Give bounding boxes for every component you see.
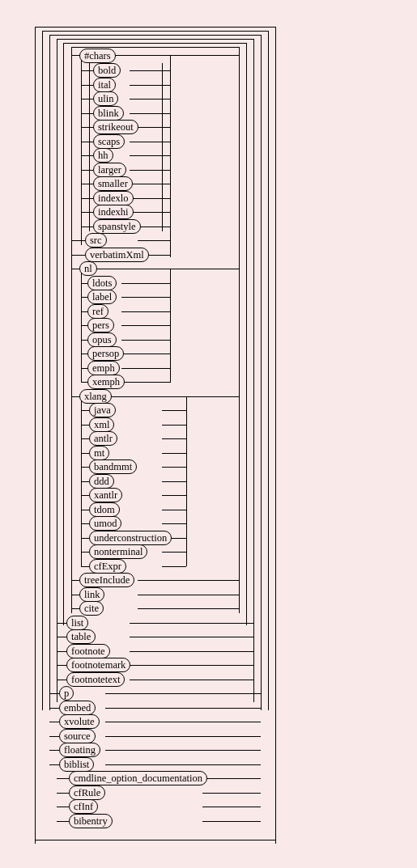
node-larger: larger (93, 163, 126, 177)
node-label: cfInf (74, 801, 93, 812)
node-label: umod (94, 518, 117, 529)
node-label: spanstyle (98, 221, 136, 232)
node-label: persop (92, 348, 119, 359)
rail (105, 764, 261, 765)
node-label: scaps (98, 136, 120, 147)
rail (81, 155, 93, 156)
rail (35, 27, 36, 844)
rail (81, 127, 93, 128)
rail (57, 651, 66, 652)
node-label: underconstruction (94, 532, 167, 544)
rail (81, 552, 89, 553)
node-label: embed (64, 702, 91, 713)
node-p: p (59, 686, 74, 701)
node-label: label (92, 291, 112, 303)
rail (57, 623, 66, 624)
node-label: floating (64, 744, 96, 756)
node-embed: embed (59, 701, 96, 715)
rail (162, 552, 186, 553)
rail (89, 63, 90, 231)
rail (261, 35, 262, 710)
node-nonterminal: nonterminal (89, 544, 147, 559)
rail (162, 63, 163, 231)
rail (49, 750, 59, 751)
node-verbatimXml: verbatimXml (85, 248, 149, 262)
rail (49, 708, 59, 709)
node-cmdline_option_documentation: cmdline_option_documentation (69, 771, 207, 785)
rail (71, 269, 79, 269)
node-label: biblist (64, 759, 89, 770)
rail (81, 70, 93, 71)
rail (81, 566, 89, 567)
rail (130, 85, 170, 86)
rail (81, 453, 89, 454)
rail (130, 70, 170, 71)
rail (121, 311, 170, 312)
node-label: blink (98, 108, 119, 119)
node-ref: ref (87, 304, 109, 319)
rail (42, 31, 43, 710)
node-chars: #chars (79, 49, 116, 63)
node-label: link (84, 589, 100, 600)
node-label: xlang (84, 391, 107, 402)
node-blink: blink (93, 106, 124, 121)
node-biblist: biblist (59, 757, 94, 772)
rail (202, 807, 261, 807)
node-table: table (66, 629, 96, 644)
node-src: src (85, 233, 107, 248)
node-persop: persop (87, 346, 124, 361)
node-cite: cite (79, 601, 104, 616)
node-indexhi: indexhi (93, 205, 134, 219)
node-cfInf: cfInf (69, 799, 98, 814)
node-bandmmt: bandmmt (89, 459, 137, 474)
rail (130, 637, 253, 637)
rail (105, 750, 261, 751)
rail (81, 170, 93, 171)
node-label: antlr (94, 433, 113, 444)
node-opus: opus (87, 332, 117, 347)
rail (162, 438, 186, 439)
node-label: indexhi (98, 206, 129, 218)
rail (49, 736, 59, 737)
rail (57, 807, 69, 807)
node-label: ital (98, 79, 111, 91)
rail (81, 410, 89, 411)
node-label: ldots (92, 277, 112, 289)
rail (81, 142, 93, 142)
node-xlang: xlang (79, 389, 112, 404)
rail (57, 793, 69, 794)
rail (138, 608, 239, 609)
node-label: ref (92, 306, 104, 317)
node-label: bold (98, 65, 116, 76)
node-pers: pers (87, 318, 114, 332)
node-label: cfRule (74, 787, 100, 798)
rail (130, 99, 170, 100)
node-xvolute: xvolute (59, 714, 100, 729)
rail (121, 382, 170, 383)
rail (57, 39, 253, 40)
rail (81, 467, 89, 468)
rail (71, 47, 239, 48)
rail (239, 47, 240, 613)
rail (138, 240, 170, 241)
node-label: p (64, 688, 69, 699)
node-label: nonterminal (94, 546, 143, 557)
node-label: cite (84, 603, 99, 614)
rail (35, 840, 275, 840)
rail (130, 170, 170, 171)
node-tdom: tdom (89, 502, 120, 517)
rail (162, 523, 186, 524)
rail (57, 665, 66, 666)
rail (253, 39, 254, 702)
node-indexlo: indexlo (93, 191, 134, 205)
rail (202, 793, 261, 794)
rail (162, 453, 186, 454)
rail (162, 495, 186, 496)
rail (81, 184, 93, 184)
node-footnotemark: footnotemark (66, 658, 130, 672)
node-link: link (79, 587, 104, 602)
rail (162, 481, 186, 482)
rail (121, 354, 170, 354)
rail (71, 580, 79, 581)
node-strikeout: strikeout (93, 120, 138, 134)
